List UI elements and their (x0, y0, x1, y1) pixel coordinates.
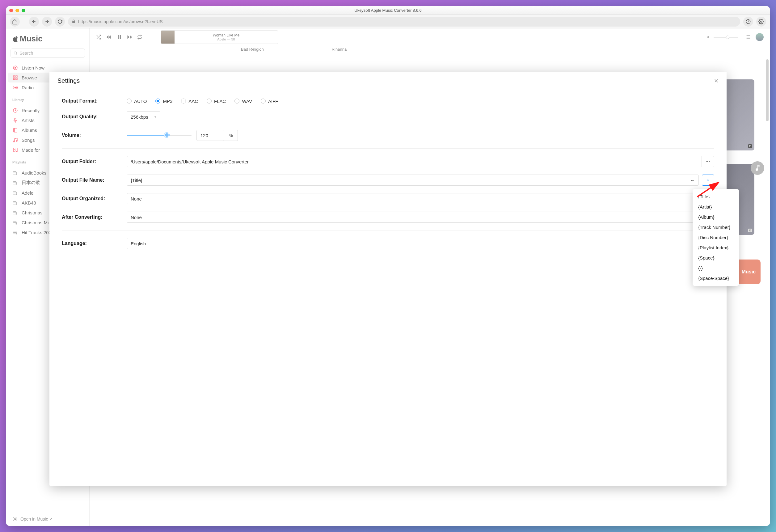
window-title: Ukeysoft Apple Music Converter 8.6.6 (6, 8, 770, 13)
grid-icon (12, 75, 18, 80)
volume-control[interactable] (707, 35, 738, 39)
radio-label: AUTO (134, 99, 147, 104)
svg-point-12 (13, 141, 14, 142)
after-select[interactable]: None (127, 212, 714, 223)
radio-indicator (181, 99, 186, 104)
close-icon[interactable]: ✕ (714, 77, 719, 84)
radio-label: AIFF (268, 99, 278, 104)
svg-point-31 (15, 204, 16, 204)
url-text: https://music.apple.com/us/browse?l=en-U… (78, 19, 163, 24)
settings-gear-button[interactable] (756, 17, 766, 27)
play-circle-icon (12, 65, 18, 70)
filename-token-option[interactable]: {Artist} (693, 202, 739, 212)
filename-token-option[interactable]: {Space-Space} (693, 273, 739, 283)
pause-icon[interactable] (116, 34, 122, 40)
format-radio-aiff[interactable]: AIFF (261, 99, 278, 104)
home-button[interactable] (10, 17, 20, 27)
close-window-button[interactable] (9, 9, 13, 12)
filename-token-dropdown-button[interactable] (702, 175, 714, 186)
playlist-icon (12, 190, 18, 196)
avatar[interactable] (756, 33, 764, 41)
format-radio-mp3[interactable]: MP3 (155, 99, 172, 104)
folder-input[interactable]: /Users/apple/Documents/Ukeysoft Apple Mu… (127, 156, 702, 167)
browse-folder-button[interactable]: ··· (702, 156, 714, 167)
sidebar-item-label: Songs (22, 138, 35, 143)
svg-rect-5 (15, 76, 17, 77)
now-playing[interactable]: Woman Like Me Adele — 30 (161, 30, 278, 44)
filename-token-option[interactable]: {Disc Number} (693, 232, 739, 242)
label-after: After Converting: (62, 214, 127, 220)
row-quality: Output Quality: 256kbps ▾ (62, 111, 714, 122)
playlist-label: Adele (22, 190, 33, 196)
apple-icon (12, 35, 19, 42)
speaker-icon (707, 35, 711, 39)
svg-point-13 (16, 140, 17, 142)
shuffle-icon[interactable] (96, 34, 101, 40)
svg-point-46 (15, 519, 15, 520)
format-radio-wav[interactable]: WAV (234, 99, 252, 104)
label-volume: Volume: (62, 133, 127, 138)
titlebar: Ukeysoft Apple Music Converter 8.6.6 (6, 6, 770, 15)
header-right (745, 33, 764, 41)
filename-input[interactable]: {Title} ← (127, 175, 699, 186)
quality-select[interactable]: 256kbps ▾ (127, 111, 160, 122)
label-quality: Output Quality: (62, 114, 127, 120)
history-button[interactable] (743, 17, 753, 27)
minimize-window-button[interactable] (15, 9, 19, 12)
svg-point-45 (14, 520, 14, 520)
format-radio-auto[interactable]: AUTO (127, 99, 147, 104)
svg-point-15 (14, 149, 16, 150)
format-radio-aac[interactable]: AAC (181, 99, 198, 104)
volume-slider[interactable] (714, 37, 738, 38)
svg-point-39 (15, 223, 16, 224)
sidebar-item-label: Listen Now (22, 65, 44, 70)
backspace-icon[interactable]: ← (690, 178, 695, 183)
sidebar-item-label: Albums (22, 128, 37, 133)
svg-rect-48 (120, 35, 121, 39)
format-radio-flac[interactable]: FLAC (207, 99, 226, 104)
radio-indicator (127, 99, 132, 104)
volume-slider[interactable] (127, 135, 192, 136)
label-organized: Output Organized: (62, 196, 127, 201)
format-options: AUTOMP3AACFLACWAVAIFF (127, 99, 278, 104)
svg-rect-47 (118, 35, 119, 39)
scrollbar[interactable] (766, 59, 769, 121)
playlist-icon (12, 170, 18, 175)
modal-title: Settings (57, 77, 80, 84)
url-bar[interactable]: https://music.apple.com/us/browse?l=en-U… (68, 17, 740, 27)
organized-select[interactable]: None (127, 193, 714, 204)
add-music-fab[interactable]: + (751, 161, 764, 175)
filename-token-option[interactable]: {Playlist Index} (693, 242, 739, 253)
filename-token-option[interactable]: {-} (693, 263, 739, 273)
now-playing-info: Woman Like Me Adele — 30 (175, 33, 278, 41)
filename-token-option[interactable]: {Track Number} (693, 222, 739, 232)
next-icon[interactable] (127, 34, 133, 40)
filename-token-option[interactable]: {Space} (693, 253, 739, 263)
volume-unit: % (224, 130, 238, 141)
list-icon[interactable] (745, 34, 751, 40)
back-button[interactable] (29, 17, 39, 27)
repeat-icon[interactable] (137, 35, 142, 39)
forward-button[interactable] (42, 17, 52, 27)
filename-token-option[interactable]: {Title} (693, 192, 739, 202)
language-select[interactable]: English (127, 238, 714, 249)
volume-value-input[interactable]: 120 (196, 130, 224, 141)
sidebar-item-listen-now[interactable]: Listen Now (6, 63, 89, 72)
open-in-music[interactable]: Open in Music ↗ (6, 512, 89, 526)
reload-button[interactable] (55, 17, 65, 27)
sidebar-item-label: Radio (22, 85, 34, 90)
radio-icon (12, 84, 18, 90)
search-input[interactable]: Search (10, 48, 85, 58)
prev-icon[interactable] (106, 34, 112, 40)
svg-rect-11 (13, 128, 17, 132)
album-art-thumb (161, 30, 175, 44)
content-area: Music Search Listen NowBrowseRadio Libra… (6, 28, 770, 526)
traffic-lights (9, 9, 25, 12)
svg-point-2 (14, 51, 16, 54)
zoom-window-button[interactable] (22, 9, 25, 12)
svg-point-27 (15, 194, 16, 195)
playlist-label: 日本の歌 (22, 180, 40, 186)
album-icon (12, 127, 18, 133)
filename-token-option[interactable]: {Album} (693, 212, 739, 222)
modal-header: Settings ✕ (49, 72, 727, 90)
